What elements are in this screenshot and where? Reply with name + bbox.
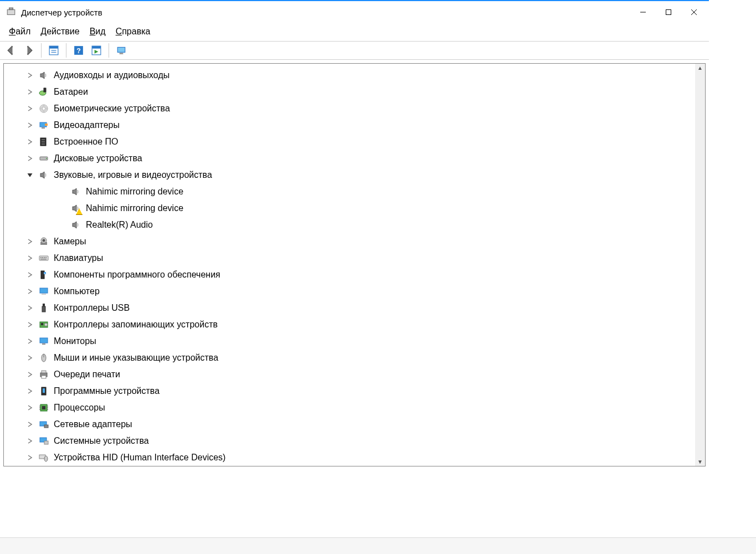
category-node[interactable]: Встроенное ПО xyxy=(26,134,695,150)
titlebar: Диспетчер устройств xyxy=(0,1,709,23)
category-node[interactable]: Аудиовходы и аудиовыходы xyxy=(26,67,695,84)
expand-icon[interactable] xyxy=(26,288,34,295)
menu-action[interactable]: Действие xyxy=(40,27,79,37)
category-label: Устройства HID (Human Interface Devices) xyxy=(54,453,225,463)
expand-icon[interactable] xyxy=(26,121,34,129)
expand-icon[interactable] xyxy=(26,105,34,112)
devices-button[interactable] xyxy=(114,43,129,58)
expand-icon[interactable] xyxy=(26,387,34,395)
speaker-icon xyxy=(38,170,49,181)
category-label: Контроллеры USB xyxy=(54,303,130,313)
speaker-icon xyxy=(70,186,81,197)
category-label: Видеоадаптеры xyxy=(54,120,120,130)
device-tree[interactable]: Аудиовходы и аудиовыходыБатареиБиометрич… xyxy=(4,64,695,466)
category-node[interactable]: Батареи xyxy=(26,84,695,100)
svg-text:?: ? xyxy=(76,47,81,55)
expander-placeholder xyxy=(58,221,66,229)
svg-rect-3 xyxy=(666,10,671,15)
category-node[interactable]: Очереди печати xyxy=(26,366,695,383)
mouse-icon xyxy=(38,352,49,363)
category-label: Сетевые адаптеры xyxy=(54,419,132,429)
category-label: Компоненты программного обеспечения xyxy=(54,270,220,280)
help-button[interactable]: ? xyxy=(71,43,86,58)
expand-icon[interactable] xyxy=(26,71,34,79)
expand-icon[interactable] xyxy=(26,155,34,162)
category-label: Системные устройства xyxy=(54,436,149,446)
fingerprint-icon xyxy=(38,103,49,114)
expand-icon[interactable] xyxy=(26,371,34,378)
category-label: Встроенное ПО xyxy=(54,137,119,147)
scan-hardware-button[interactable] xyxy=(89,43,104,58)
category-node[interactable]: Устройства HID (Human Interface Devices) xyxy=(26,449,695,466)
vertical-scrollbar[interactable]: ▲ ▼ xyxy=(695,64,705,466)
close-button[interactable] xyxy=(681,3,707,21)
category-node[interactable]: Звуковые, игровые и видеоустройства xyxy=(26,167,695,183)
category-node[interactable]: Контроллеры USB xyxy=(26,300,695,316)
monitor-icon xyxy=(38,336,49,347)
device-label: Realtek(R) Audio xyxy=(86,220,153,230)
category-node[interactable]: Клавиатуры xyxy=(26,250,695,266)
category-label: Мыши и иные указывающие устройства xyxy=(54,353,218,363)
category-node[interactable]: Программные устройства xyxy=(26,383,695,399)
expander-placeholder xyxy=(58,188,66,196)
device-node[interactable]: Realtek(R) Audio xyxy=(52,217,695,233)
network-icon xyxy=(38,419,49,430)
expander-placeholder xyxy=(58,204,66,212)
expand-icon[interactable] xyxy=(26,88,34,96)
category-node[interactable]: Мыши и иные указывающие устройства xyxy=(26,350,695,366)
expand-icon[interactable] xyxy=(26,404,34,412)
svg-rect-7 xyxy=(49,46,58,49)
category-node[interactable]: Процессоры xyxy=(26,399,695,416)
category-node[interactable]: Камеры xyxy=(26,233,695,250)
show-hidden-button[interactable] xyxy=(46,43,61,58)
device-label: Nahimic mirroring device xyxy=(86,187,183,197)
hid-icon xyxy=(38,452,49,463)
menu-file[interactable]: Файл xyxy=(9,27,30,37)
scroll-up-icon[interactable]: ▲ xyxy=(697,65,703,71)
menu-help[interactable]: Справка xyxy=(116,27,151,37)
display-adapter-icon xyxy=(38,120,49,131)
category-node[interactable]: Биометрические устройства xyxy=(26,100,695,117)
menu-view[interactable]: Вид xyxy=(90,27,106,37)
category-node[interactable]: Компьютер xyxy=(26,283,695,300)
expand-icon[interactable] xyxy=(26,254,34,262)
category-label: Мониторы xyxy=(54,336,96,346)
expand-icon[interactable] xyxy=(26,138,34,146)
category-node[interactable]: Мониторы xyxy=(26,333,695,350)
storage-controller-icon xyxy=(38,319,49,330)
expand-icon[interactable] xyxy=(26,304,34,312)
category-label: Камеры xyxy=(54,237,86,247)
speaker-icon xyxy=(70,219,81,230)
category-node[interactable]: Сетевые адаптеры xyxy=(26,416,695,433)
back-button[interactable] xyxy=(3,43,19,58)
svg-rect-13 xyxy=(92,46,101,49)
software-component-icon xyxy=(38,269,49,280)
category-node[interactable]: Компоненты программного обеспечения xyxy=(26,266,695,283)
expand-icon[interactable] xyxy=(26,238,34,245)
device-node[interactable]: Nahimic mirroring device xyxy=(52,200,695,217)
forward-button[interactable] xyxy=(21,43,37,58)
app-icon xyxy=(6,7,17,18)
category-node[interactable]: Контроллеры запоминающих устройств xyxy=(26,316,695,333)
category-node[interactable]: Системные устройства xyxy=(26,433,695,449)
expand-icon[interactable] xyxy=(26,454,34,461)
scroll-down-icon[interactable]: ▼ xyxy=(697,459,703,465)
category-node[interactable]: Видеоадаптеры xyxy=(26,117,695,134)
collapse-icon[interactable] xyxy=(26,171,34,179)
category-label: Компьютер xyxy=(54,286,100,296)
expand-icon[interactable] xyxy=(26,321,34,329)
speaker-icon xyxy=(70,203,81,214)
maximize-button[interactable] xyxy=(656,3,681,21)
minimize-button[interactable] xyxy=(630,3,656,21)
usb-icon xyxy=(38,302,49,314)
device-node[interactable]: Nahimic mirroring device xyxy=(52,183,695,200)
disk-icon xyxy=(38,153,49,164)
printer-icon xyxy=(38,369,49,380)
expand-icon[interactable] xyxy=(26,271,34,279)
category-node[interactable]: Дисковые устройства xyxy=(26,150,695,167)
expand-icon[interactable] xyxy=(26,437,34,445)
expand-icon[interactable] xyxy=(26,337,34,345)
expand-icon[interactable] xyxy=(26,354,34,362)
camera-icon xyxy=(38,236,49,247)
expand-icon[interactable] xyxy=(26,420,34,428)
